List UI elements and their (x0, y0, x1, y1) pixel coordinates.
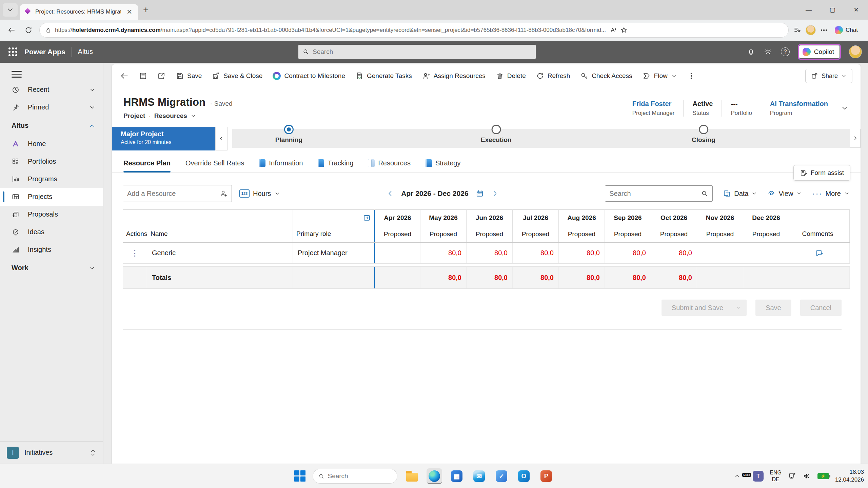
network-icon[interactable] (788, 472, 796, 480)
tab-resources[interactable]: Resources (368, 159, 411, 172)
sidebar-item-portfolios[interactable]: Portfolios (0, 153, 103, 170)
sidebar-item-insights[interactable]: Insights (0, 241, 103, 259)
form-assist-button[interactable]: Form assist (793, 165, 850, 181)
collapse-columns-icon[interactable] (363, 214, 371, 222)
add-comment-button[interactable] (789, 243, 850, 263)
browser-tab[interactable]: Project: Resources: HRMS Migratio ✕ (20, 4, 138, 20)
read-aloud-icon[interactable] (609, 26, 617, 34)
contract-to-milestone-button[interactable]: Contract to Milestone (273, 72, 345, 80)
save-button[interactable]: Save (176, 72, 202, 80)
unit-selector[interactable]: 123 Hours (239, 189, 280, 198)
submit-and-save-button[interactable]: Submit and Save (662, 300, 747, 316)
flow-button[interactable]: Flow (643, 72, 677, 80)
sidebar-item-recent[interactable]: Recent (0, 81, 103, 99)
new-tab-button[interactable]: + (143, 4, 149, 15)
hours-cell[interactable] (374, 243, 420, 263)
hours-cell[interactable]: 80,0 (605, 243, 651, 263)
chevron-down-icon[interactable] (191, 112, 196, 120)
tab-override-sell-rates[interactable]: Override Sell Rates (185, 159, 244, 172)
teams-tray-icon[interactable]: T (753, 471, 764, 482)
grid-search-input[interactable] (609, 190, 701, 198)
sidebar-group-altus[interactable]: Altus (0, 116, 103, 135)
favorites-hub-icon[interactable] (793, 26, 802, 34)
sidebar-group-work[interactable]: Work (0, 259, 103, 278)
hours-cell[interactable]: 80,0 (513, 243, 559, 263)
waffle-menu-icon[interactable] (6, 45, 20, 59)
assign-resources-button[interactable]: Assign Resources (422, 72, 486, 80)
refresh-icon[interactable] (22, 24, 35, 36)
favorite-star-icon[interactable] (620, 26, 628, 34)
outlook-icon[interactable]: O (516, 468, 532, 484)
tab-resource-plan[interactable]: Resource Plan (123, 159, 171, 172)
mail-app-icon[interactable]: ✉ (471, 468, 487, 484)
hidden-icons-chevron-icon[interactable] (734, 472, 741, 480)
hours-cell[interactable]: 80,0 (651, 243, 697, 263)
browser-menu-ellipsis-icon[interactable] (820, 26, 828, 34)
close-button[interactable]: ✕ (844, 0, 868, 20)
open-in-new-window-icon[interactable] (157, 72, 165, 80)
more-commands-icon[interactable] (687, 72, 695, 80)
taskbar-search[interactable] (313, 469, 397, 484)
owner-link[interactable]: Frida Foster (632, 100, 675, 108)
form-back-icon[interactable] (120, 72, 129, 80)
powerpoint-icon[interactable]: P (538, 468, 554, 484)
maximize-button[interactable]: ▢ (821, 0, 844, 20)
sidebar-item-ideas[interactable]: Ideas (0, 223, 103, 241)
check-access-button[interactable]: Check Access (580, 72, 632, 80)
tab-strategy[interactable]: Strategy (426, 159, 460, 172)
notifications-bell-icon[interactable] (747, 48, 755, 56)
add-resource-input[interactable] (127, 190, 219, 198)
tab-information[interactable]: Information (259, 159, 303, 172)
generate-tasks-button[interactable]: Generate Tasks (355, 72, 412, 80)
taskbar-search-input[interactable] (328, 472, 392, 480)
global-search[interactable] (298, 45, 536, 59)
active-stage-box[interactable]: Major Project Active for 20 minutes (112, 127, 215, 150)
program-link[interactable]: AI Transformation (770, 100, 828, 108)
settings-gear-icon[interactable] (764, 48, 772, 56)
refresh-button[interactable]: Refresh (536, 72, 570, 80)
grid-search-field[interactable] (605, 185, 713, 202)
save-and-close-button[interactable]: Save & Close (212, 72, 262, 80)
sidebar-item-programs[interactable]: Programs (0, 170, 103, 188)
volume-icon[interactable] (803, 472, 811, 480)
sitemap-hamburger-icon[interactable] (12, 71, 22, 78)
tab-search-chevron-icon[interactable] (3, 3, 18, 17)
language-indicator[interactable]: ENG DE (770, 469, 782, 483)
hours-cell[interactable] (743, 243, 789, 263)
data-menu-button[interactable]: Data (723, 189, 757, 198)
row-actions-menu[interactable]: ⋮ (123, 243, 147, 263)
header-expand-chevron-icon[interactable] (840, 104, 849, 112)
browser-profile-avatar[interactable] (806, 25, 816, 35)
calendar-icon[interactable] (475, 189, 484, 198)
hours-cell[interactable] (697, 243, 743, 263)
sidebar-item-proposals[interactable]: Proposals (0, 206, 103, 223)
column-header-role[interactable]: Primary role (293, 210, 374, 242)
windows-start-icon[interactable] (294, 470, 306, 482)
area-switcher-initiatives[interactable]: I Initiatives (0, 441, 103, 464)
battery-icon[interactable]: ⚡ (817, 473, 829, 479)
column-header-name[interactable]: Name (147, 210, 293, 242)
app-icon-blue[interactable]: ▦ (449, 468, 465, 484)
form-selector[interactable]: Resources (154, 112, 187, 120)
help-icon[interactable]: ? (781, 47, 790, 56)
copilot-chat-button[interactable]: Chat (832, 24, 863, 36)
file-explorer-icon[interactable] (404, 468, 420, 484)
tab-close-icon[interactable]: ✕ (125, 8, 134, 16)
stage-execution[interactable]: Execution (481, 125, 512, 144)
copilot-header-button[interactable]: Copilot (798, 45, 840, 59)
view-menu-button[interactable]: View (767, 189, 802, 198)
sidebar-item-home[interactable]: Home (0, 135, 103, 153)
address-bar[interactable]: https://holertdemo.crm4.dynamics.com/mai… (39, 23, 789, 38)
stage-closing[interactable]: Closing (692, 125, 715, 144)
stage-planning[interactable]: Planning (275, 125, 302, 144)
previous-period-icon[interactable] (387, 189, 394, 198)
grid-save-button[interactable]: Save (755, 300, 791, 316)
more-menu-button[interactable]: ··· More (812, 189, 850, 198)
grid-cancel-button[interactable]: Cancel (800, 300, 842, 316)
hours-cell[interactable]: 80,0 (559, 243, 605, 263)
environment-name[interactable]: Altus (78, 48, 93, 56)
bpf-previous-stage-button[interactable] (215, 127, 228, 150)
clock[interactable]: 18:03 12.04.2026 (835, 468, 864, 484)
global-search-input[interactable] (313, 48, 532, 56)
next-period-icon[interactable] (491, 189, 498, 198)
